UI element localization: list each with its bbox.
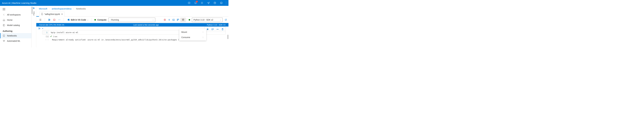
add-compute-icon[interactable]: [167, 18, 171, 22]
nav-label: Automated ML: [7, 40, 20, 42]
kernel-status: · Kernel idle CPU 0% RAM 1%: [38, 24, 85, 26]
svg-rect-22: [177, 20, 178, 21]
catalog-icon: [3, 24, 5, 27]
kernel-value: Python 3.10 - SDK v2: [194, 19, 213, 21]
refresh-icon[interactable]: [224, 18, 228, 22]
menu-toggle-icon[interactable]: [0, 7, 32, 12]
status-bar: · Kernel idle CPU 0% RAM 1% Last saved a…: [36, 23, 228, 27]
notebook-file-icon: [41, 13, 43, 15]
svg-rect-8: [3, 35, 4, 37]
settings-icon[interactable]: [200, 1, 204, 5]
file-tab[interactable]: *adlsg2test.ipynb ✕: [40, 12, 64, 17]
content-area: Files Microsoft 〉 amlworkspacemidesa 〉 N…: [32, 6, 228, 48]
breadcrumb: Microsoft 〉 amlworkspacemidesa 〉 Noteboo…: [36, 6, 228, 12]
data-access-dropdown: Mount 〉 Consume 〉: [179, 29, 206, 41]
nav-home[interactable]: Home: [0, 17, 32, 23]
edit-vscode-button[interactable]: Edit in VS Code ⌄: [66, 18, 89, 21]
nav-automated-ml[interactable]: Automated ML: [0, 38, 32, 44]
terminal-icon[interactable]: [172, 18, 176, 22]
breadcrumb-root[interactable]: Microsoft: [39, 7, 47, 10]
nav-all-workspaces[interactable]: All workspaces: [0, 12, 32, 17]
dropdown-mount[interactable]: Mount 〉: [179, 29, 206, 35]
nav-notebooks[interactable]: Notebooks: [0, 33, 32, 38]
files-sidebar: Files: [32, 6, 36, 48]
nav-label: Model catalog: [7, 24, 20, 26]
kernel-status-dot-icon: [189, 19, 190, 21]
toc-icon[interactable]: [38, 18, 42, 22]
smile-icon[interactable]: [219, 1, 223, 5]
close-icon[interactable]: ✕: [61, 13, 63, 15]
recent-icon[interactable]: [187, 1, 191, 5]
svg-rect-7: [3, 24, 5, 26]
dropdown-label: Consume: [181, 36, 190, 39]
svg-point-3: [215, 3, 215, 3]
vscode-icon: [67, 18, 70, 21]
chevron-down-icon: ⌄: [87, 19, 88, 21]
output-menu-icon[interactable]: ···: [45, 39, 49, 41]
nav-label: Home: [7, 19, 12, 21]
notifications-icon[interactable]: 3: [194, 1, 198, 5]
chevron-right-icon: 〉: [202, 31, 204, 33]
chevron-right-icon: 〉: [49, 8, 50, 10]
stop-compute-icon[interactable]: [163, 18, 167, 22]
chevron-down-icon: ⌄: [152, 19, 154, 21]
svg-rect-20: [177, 19, 178, 20]
nav-model-catalog[interactable]: Model catalog: [0, 23, 32, 28]
autosave-status: Last saved a few seconds ago: [85, 24, 207, 26]
status-dot-icon: [94, 19, 96, 21]
svg-point-11: [4, 41, 4, 42]
line-number: 1: [42, 30, 49, 35]
compute-select[interactable]: - Running ⌄: [108, 18, 155, 22]
svg-rect-13: [54, 19, 55, 21]
delete-cell-icon[interactable]: [220, 27, 224, 31]
app-header: Azure AI | Machine Learning Studio 3: [0, 0, 228, 6]
stop-icon[interactable]: [52, 18, 56, 22]
kernel-select[interactable]: Python 3.10 - SDK v2 ⌄: [192, 18, 222, 22]
svg-point-9: [3, 40, 4, 41]
run-cell-icon[interactable]: [38, 27, 40, 30]
chevron-right-icon: 〉: [73, 8, 74, 10]
files-label[interactable]: Files: [33, 11, 35, 15]
breadcrumb-workspace[interactable]: amlworkspacemidesa: [52, 7, 72, 10]
more-icon[interactable]: [57, 18, 61, 22]
run-all-icon[interactable]: [47, 18, 51, 22]
notebook-area: Microsoft 〉 amlworkspacemidesa 〉 Noteboo…: [36, 6, 228, 48]
notebook-toolbar: Edit in VS Code ⌄ Compute: - Running ⌄: [36, 17, 228, 23]
svg-rect-19: [173, 19, 174, 21]
comment-icon[interactable]: [210, 27, 214, 31]
dropdown-consume[interactable]: Consume 〉: [179, 35, 206, 40]
svg-point-12: [42, 14, 42, 15]
chevron-right-icon: 〉: [202, 36, 204, 39]
header-divider: [226, 1, 226, 4]
back-arrow-icon: [3, 13, 5, 16]
nav-section-authoring: Authoring: [0, 28, 32, 33]
content-scrollbar[interactable]: [227, 35, 228, 39]
cell-actions: [204, 27, 226, 32]
cell-menu-icon[interactable]: [42, 27, 44, 30]
vscode-label: Edit in VS Code: [71, 19, 86, 21]
svg-point-16: [60, 19, 60, 20]
nav-label: Notebooks: [7, 35, 17, 37]
code-content[interactable]: %pip install azure-ai-ml: [49, 30, 80, 35]
notifications-badge: 3: [196, 0, 198, 3]
main-layout: All workspaces Home Model catalog Author…: [0, 6, 228, 48]
svg-point-1: [202, 3, 202, 3]
app-title: Azure AI | Machine Learning Studio: [2, 2, 187, 4]
cell-more-icon[interactable]: [216, 27, 220, 31]
svg-rect-18: [164, 19, 165, 20]
breadcrumb-current: Notebooks: [76, 7, 86, 10]
header-actions: 3: [187, 1, 226, 5]
expand-files-icon[interactable]: [33, 7, 35, 9]
svg-point-4: [220, 2, 222, 4]
dropdown-label: Mount: [181, 31, 187, 33]
apps-icon[interactable]: [176, 18, 180, 22]
svg-point-14: [58, 19, 59, 20]
execution-time: 3 sec: [53, 36, 58, 38]
nav-label: Authoring: [3, 30, 12, 32]
notebook-icon: [3, 34, 5, 37]
svg-point-27: [218, 29, 218, 29]
data-access-button[interactable]: [180, 18, 186, 22]
tab-filename: *adlsg2test.ipynb: [44, 13, 60, 15]
feedback-icon[interactable]: [206, 1, 210, 5]
help-icon[interactable]: [213, 1, 217, 5]
